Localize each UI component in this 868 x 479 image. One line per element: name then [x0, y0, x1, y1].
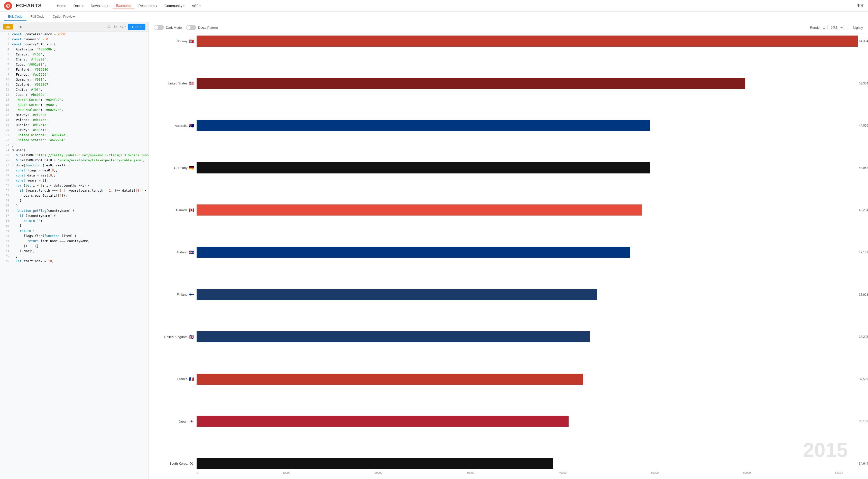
x-axis: 010000200003000040000500006000064304: [154, 471, 858, 474]
code-panel: JS TS ⚙ ↻ </> Run 1const updateFrequency…: [0, 22, 149, 479]
dark-mode-label: Dark Mode: [166, 26, 182, 30]
lang-switch[interactable]: 中文: [857, 3, 864, 8]
logo[interactable]: E ECHARTS: [4, 2, 48, 10]
bar-value: 42,182: [859, 250, 868, 254]
code-line: 7 Cuba: '#002a8f',: [0, 62, 149, 67]
ts-button[interactable]: TS: [15, 24, 26, 30]
code-line: 26 $.getJSON(ROOT_PATH + '/data/asset/da…: [0, 158, 149, 163]
bar-container: 64,304: [196, 35, 858, 47]
country-label: Iceland 🇮🇸: [154, 250, 194, 255]
dark-mode-toggle[interactable]: [154, 25, 164, 30]
line-number: 8: [2, 67, 9, 72]
line-content: $.getJSON(ROOT_PATH + '/data/asset/data/…: [12, 158, 147, 163]
code-line: 34 }: [0, 198, 149, 203]
line-content: Poland: '#dc143c',: [12, 118, 147, 122]
bar: [196, 205, 642, 215]
run-button[interactable]: Run: [128, 24, 146, 30]
decal-pattern-toggle-group: Decal Pattern: [186, 25, 218, 30]
country-name: Japan: [179, 419, 187, 423]
bar-container: 42,182: [196, 247, 858, 258]
settings-icon[interactable]: ⚙: [107, 25, 111, 29]
line-content: ).done(function (res0, res1) {: [12, 163, 147, 168]
line-number: 39: [2, 223, 9, 229]
nav-home[interactable]: Home: [54, 3, 69, 9]
bar-value: 44,056: [859, 124, 868, 127]
line-number: 46: [2, 259, 9, 264]
code-line: 31 for (let i = 0; i < data.length; ++i)…: [0, 183, 149, 188]
line-number: 36: [2, 208, 9, 213]
bar-value: 37,599: [859, 378, 868, 381]
line-number: 45: [2, 253, 9, 259]
line-content: const dimension = 0;: [12, 37, 147, 42]
dark-mode-toggle-group: Dark Mode: [154, 25, 182, 30]
code-line: 17 Norway: '#ef2b2d',: [0, 113, 149, 118]
code-line: 14 'North Korea': '#024fa2',: [0, 97, 149, 102]
nav-community[interactable]: Community: [161, 3, 188, 9]
bar-value: 43,294: [859, 208, 868, 212]
render-icon: ⊙: [823, 26, 826, 30]
tab-edit-code[interactable]: Edit Code: [4, 12, 27, 21]
line-number: 42: [2, 239, 9, 243]
line-content: Russia: '#d52b1e',: [12, 122, 147, 127]
bar: [196, 416, 568, 427]
line-number: 1: [2, 32, 9, 37]
line-number: 22: [2, 138, 9, 143]
line-number: 37: [2, 213, 9, 218]
svg-text:E: E: [7, 4, 8, 7]
line-number: 43: [2, 243, 9, 248]
js-button[interactable]: JS: [3, 24, 13, 30]
line-content: };: [12, 143, 147, 148]
chart-row: Iceland 🇮🇸 42,182: [154, 247, 858, 258]
nav-examples[interactable]: Examples: [113, 2, 134, 9]
line-content: return item.name === countryName;: [12, 239, 147, 243]
expand-icon[interactable]: </>: [120, 25, 126, 29]
line-number: 32: [2, 188, 9, 193]
nav-asf[interactable]: ASF: [189, 3, 204, 9]
code-line: 2const dimension = 0;: [0, 37, 149, 42]
line-content: Iceland: '#003897',: [12, 82, 147, 87]
line-number: 30: [2, 178, 9, 183]
nav-docs[interactable]: Docs: [70, 3, 87, 9]
code-line: 46 let startIndex = 10;: [0, 259, 149, 264]
country-label: Finland 🇫🇮: [154, 292, 194, 297]
country-name: United Kingdom: [164, 335, 188, 339]
country-label: Japan 🇯🇵: [154, 419, 194, 424]
country-label: Germany 🇩🇪: [154, 166, 194, 170]
bar: [196, 247, 630, 258]
bar-container: 34,644: [196, 458, 858, 469]
tab-option-preview[interactable]: Option Preview: [49, 12, 79, 21]
line-content: }: [12, 198, 147, 203]
line-number: 2: [2, 37, 9, 42]
country-flag: 🇫🇮: [189, 292, 194, 297]
bar-container: 43,294: [196, 205, 858, 215]
chart-panel: Dark Mode Decal Pattern Render ⊙ 5.5.1 N…: [149, 22, 868, 479]
country-flag: 🇮🇸: [189, 250, 194, 255]
code-area[interactable]: 1const updateFrequency = 2000;2const dim…: [0, 32, 149, 478]
line-number: 13: [2, 92, 9, 97]
country-flag: 🇯🇵: [189, 419, 194, 424]
tab-full-code[interactable]: Full Code: [27, 12, 49, 21]
nightly-checkbox[interactable]: [848, 26, 851, 29]
line-number: 23: [2, 143, 9, 148]
line-content: const data = res1[0];: [12, 173, 147, 178]
line-content: 'South Korea': '#000',: [12, 102, 147, 108]
line-content: Norway: '#ef2b2d',: [12, 113, 147, 118]
refresh-icon[interactable]: ↻: [114, 25, 117, 29]
line-content: Germany: '#000',: [12, 77, 147, 82]
chart-topbar: Dark Mode Decal Pattern Render ⊙ 5.5.1 N…: [149, 22, 868, 33]
country-label: Norway 🇳🇴: [154, 39, 194, 43]
code-line: 27).done(function (res0, res1) {: [0, 163, 149, 168]
render-version-select[interactable]: 5.5.1: [828, 25, 844, 30]
decal-pattern-toggle[interactable]: [186, 25, 196, 30]
line-number: 40: [2, 229, 9, 234]
nav-download[interactable]: Download: [88, 3, 112, 9]
country-name: United States: [168, 82, 187, 85]
country-flag: 🇨🇦: [189, 208, 194, 212]
nav-resources[interactable]: Resources: [135, 3, 160, 9]
line-content: 'North Korea': '#024fa2',: [12, 97, 147, 102]
bar-value: 64,304: [859, 39, 868, 43]
code-line: 23};: [0, 143, 149, 148]
code-line: 16 'New Zealand': '#00247d',: [0, 108, 149, 113]
x-axis-label: 64304: [835, 471, 843, 474]
line-content: }: [12, 203, 147, 208]
